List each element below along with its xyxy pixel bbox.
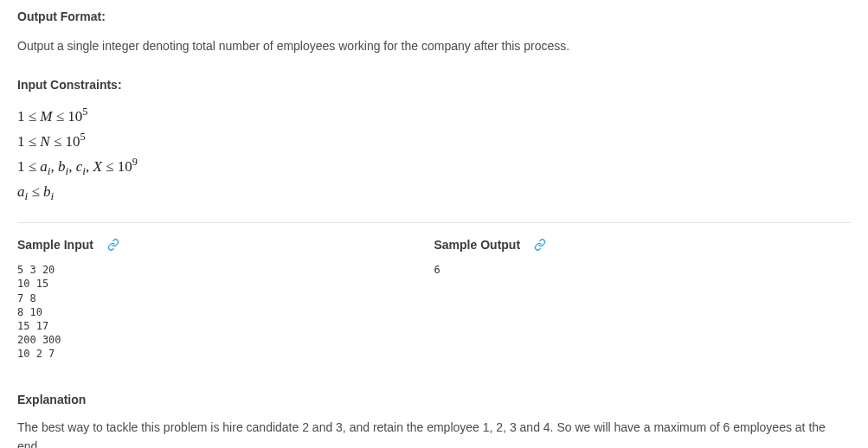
link-icon[interactable] — [534, 239, 546, 251]
constraint-line: 1 ≤ ai, bi, ci, X ≤ 109 — [17, 155, 851, 180]
output-format-heading: Output Format: — [17, 7, 851, 26]
explanation-section: Explanation The best way to tackle this … — [17, 390, 851, 448]
sample-input-content: 5 3 20 10 15 7 8 8 10 15 17 200 300 10 2… — [17, 263, 434, 361]
constraint-line: 1 ≤ M ≤ 105 — [17, 105, 851, 130]
sample-input-header: Sample Input — [17, 235, 434, 254]
sample-section: Sample Input 5 3 20 10 15 7 8 8 10 15 17… — [17, 235, 851, 384]
sample-output-label: Sample Output — [434, 235, 521, 254]
sample-input-label: Sample Input — [17, 235, 93, 254]
link-icon[interactable] — [107, 239, 119, 251]
output-format-section: Output Format: Output a single integer d… — [17, 7, 851, 56]
sample-input-col: Sample Input 5 3 20 10 15 7 8 8 10 15 17… — [17, 235, 434, 384]
input-constraints-section: Input Constraints: 1 ≤ M ≤ 105 1 ≤ N ≤ 1… — [17, 75, 851, 205]
input-constraints-heading: Input Constraints: — [17, 75, 851, 94]
constraint-line: ai ≤ bi — [17, 180, 851, 205]
explanation-text: The best way to tackle this problem is h… — [17, 419, 851, 448]
sample-output-header: Sample Output — [434, 235, 852, 254]
divider — [17, 222, 851, 223]
output-format-text: Output a single integer denoting total n… — [17, 36, 851, 55]
explanation-heading: Explanation — [17, 390, 851, 409]
constraints-block: 1 ≤ M ≤ 105 1 ≤ N ≤ 105 1 ≤ ai, bi, ci, … — [17, 105, 851, 205]
sample-output-col: Sample Output 6 — [434, 235, 852, 384]
constraint-line: 1 ≤ N ≤ 105 — [17, 130, 851, 155]
sample-output-content: 6 — [434, 263, 852, 277]
